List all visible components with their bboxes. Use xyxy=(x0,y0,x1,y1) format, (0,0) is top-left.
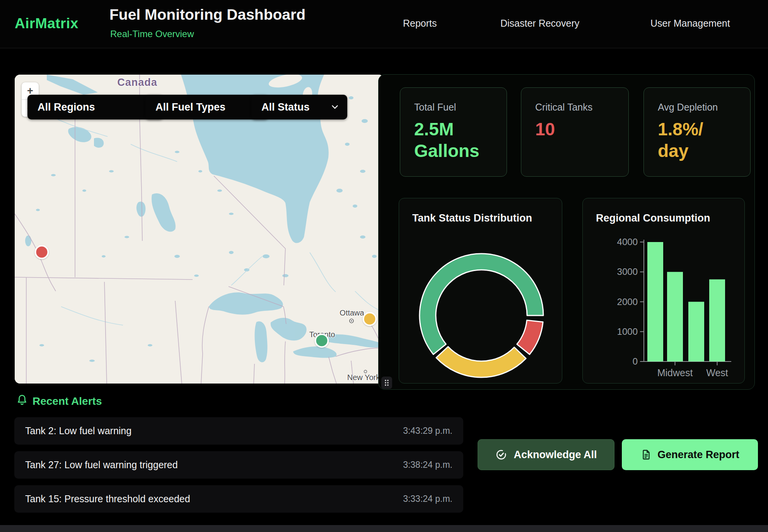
bottom-scrollbar[interactable] xyxy=(0,525,768,532)
fuel-type-filter-dropdown[interactable]: All Fuel Types xyxy=(145,95,268,119)
x-tick-label: Midwest xyxy=(657,367,693,378)
tank-marker-warning[interactable] xyxy=(363,312,377,326)
generate-report-label: Generate Report xyxy=(657,449,739,461)
nav-reports[interactable]: Reports xyxy=(403,18,437,29)
y-tick-label: 2000 xyxy=(617,297,638,307)
alert-message: Tank 27: Low fuel warning triggered xyxy=(25,459,178,471)
metrics-panel: Total Fuel 2.5M Gallons Critical Tanks 1… xyxy=(378,74,755,390)
alert-timestamp: 3:38:24 p.m. xyxy=(403,460,452,470)
regional-consumption-bar-chart: 01000200030004000MidwestWest xyxy=(583,198,745,384)
alert-timestamp: 3:33:24 p.m. xyxy=(403,494,452,504)
tank-marker-critical[interactable] xyxy=(35,245,49,259)
stat-value: 2.5M Gallons xyxy=(414,118,507,162)
fuel-type-filter-label: All Fuel Types xyxy=(155,101,225,113)
check-circle-icon xyxy=(495,448,507,461)
document-icon xyxy=(640,449,652,460)
page-subtitle: Real-Time Overview xyxy=(110,29,194,39)
acknowledge-all-label: Acknowledge All xyxy=(514,449,597,461)
chart-title: Regional Consumption xyxy=(596,212,710,224)
app-header: AirMatrix Fuel Monitoring Dashboard Real… xyxy=(0,0,768,48)
page-title: Fuel Monitoring Dashboard xyxy=(109,6,305,23)
y-tick-label: 0 xyxy=(633,356,638,367)
nav-user-management[interactable]: User Management xyxy=(650,18,730,29)
chart-title: Tank Status Distribution xyxy=(412,212,532,224)
stat-card-avg-depletion: Avg Depletion 1.8%/ day xyxy=(643,87,751,177)
region-filter-label: All Regions xyxy=(38,101,95,113)
regional-consumption-chart-card: 01000200030004000MidwestWest Regional Co… xyxy=(582,198,745,384)
fuel-map[interactable]: Canada Ottawa Toronto New York + − All R… xyxy=(15,75,384,384)
bar-3 xyxy=(709,280,725,361)
alerts-heading: Recent Alerts xyxy=(32,395,102,408)
stat-card-total-fuel: Total Fuel 2.5M Gallons xyxy=(400,87,507,177)
alert-timestamp: 3:43:29 p.m. xyxy=(403,426,452,436)
donut-segment-critical xyxy=(517,320,543,354)
dashboard: AirMatrix Fuel Monitoring Dashboard Real… xyxy=(0,0,768,532)
stat-value: 10 xyxy=(535,118,628,140)
y-tick-label: 4000 xyxy=(617,237,638,247)
x-tick-label: West xyxy=(706,367,728,378)
acknowledge-all-button[interactable]: Acknowledge All xyxy=(478,439,614,470)
city-dots xyxy=(15,75,384,384)
stat-label: Avg Depletion xyxy=(658,102,750,113)
alert-row: Tank 15: Pressure threshold exceeded 3:3… xyxy=(14,485,463,513)
status-filter-label: All Status xyxy=(261,101,310,113)
status-filter-dropdown[interactable]: All Status xyxy=(251,95,347,119)
alert-row: Tank 2: Low fuel warning 3:43:29 p.m. xyxy=(14,417,463,445)
bell-icon xyxy=(15,394,29,407)
generate-report-button[interactable]: Generate Report xyxy=(622,439,758,470)
y-tick-label: 1000 xyxy=(617,326,638,337)
alert-message: Tank 2: Low fuel warning xyxy=(25,425,131,437)
stat-card-critical-tanks: Critical Tanks 10 xyxy=(521,87,629,177)
tank-marker-normal[interactable] xyxy=(315,334,329,348)
bar-0 xyxy=(647,242,663,361)
region-filter-dropdown[interactable]: All Regions xyxy=(27,95,163,119)
tank-status-chart-card: Tank Status Distribution xyxy=(399,198,562,384)
app-logo: AirMatrix xyxy=(15,15,79,32)
nav-disaster-recovery[interactable]: Disaster Recovery xyxy=(500,18,579,29)
alert-row: Tank 27: Low fuel warning triggered 3:38… xyxy=(14,451,463,479)
chevron-down-icon xyxy=(332,105,338,109)
bar-2 xyxy=(688,302,704,362)
y-tick-label: 3000 xyxy=(617,266,638,277)
bar-1 xyxy=(667,272,683,361)
stat-value: 1.8%/ day xyxy=(658,118,750,162)
donut-segment-warning xyxy=(436,346,526,377)
resize-grip-icon[interactable] xyxy=(381,377,392,389)
alert-message: Tank 15: Pressure threshold exceeded xyxy=(25,493,190,505)
stat-label: Total Fuel xyxy=(414,102,507,113)
stat-label: Critical Tanks xyxy=(535,102,628,113)
tank-status-donut-chart xyxy=(399,198,562,384)
